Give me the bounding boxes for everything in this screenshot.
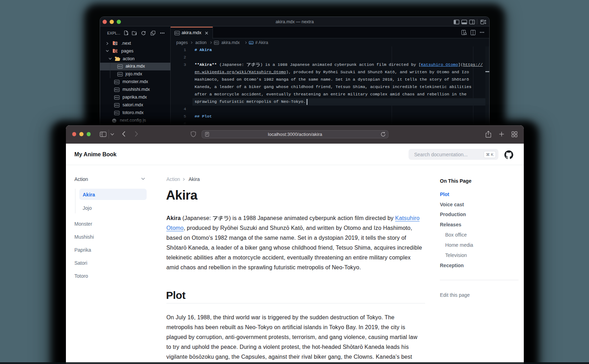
- svg-text:N: N: [115, 42, 117, 45]
- svg-text:N: N: [113, 119, 115, 123]
- svg-text:abc: abc: [250, 42, 253, 44]
